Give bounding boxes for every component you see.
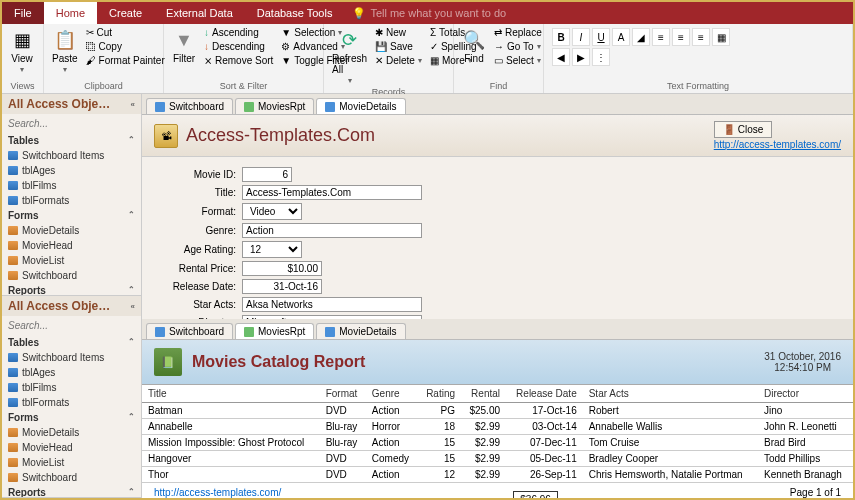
bold-button[interactable]: B xyxy=(552,28,570,46)
nav-group-reports-2[interactable]: Reports⌃ xyxy=(2,485,141,498)
table-cell: 12 xyxy=(418,467,461,483)
nav-form-switchboard-1[interactable]: Switchboard xyxy=(2,268,141,283)
field-title[interactable] xyxy=(242,185,422,200)
tell-me[interactable]: 💡 Tell me what you want to do xyxy=(344,7,506,20)
tab-moviesrpt-2[interactable]: MoviesRpt xyxy=(235,323,314,339)
copy-label: Copy xyxy=(99,41,122,52)
filter-button[interactable]: ▼Filter xyxy=(170,26,198,66)
field-release[interactable] xyxy=(242,279,322,294)
field-price[interactable] xyxy=(242,261,322,276)
filter-label: Filter xyxy=(173,53,195,64)
table-row[interactable]: HangoverDVDComedy15$2.9905-Dec-11Bradley… xyxy=(142,451,853,467)
align-right-button[interactable]: ≡ xyxy=(692,28,710,46)
menu-database-tools[interactable]: Database Tools xyxy=(245,2,345,24)
tab-moviedetails-2[interactable]: MovieDetails xyxy=(316,323,405,339)
nav-group-forms-2[interactable]: Forms⌃ xyxy=(2,410,141,425)
gridlines-button[interactable]: ▦ xyxy=(712,28,730,46)
nav-header-2[interactable]: All Access Obje…« xyxy=(2,296,141,316)
tab-switchboard-2[interactable]: Switchboard xyxy=(146,323,233,339)
nav-form-moviehead-2[interactable]: MovieHead xyxy=(2,440,141,455)
replace-button[interactable]: ⇄Replace xyxy=(492,26,544,39)
menu-home[interactable]: Home xyxy=(44,2,97,24)
nav-table-tblages-2[interactable]: tblAges xyxy=(2,365,141,380)
table-row[interactable]: AnnabelleBlu-rayHorror18$2.9903-Oct-14An… xyxy=(142,419,853,435)
delete-button[interactable]: ✕Delete▾ xyxy=(373,54,424,67)
close-button[interactable]: 🚪Close xyxy=(714,121,773,138)
underline-button[interactable]: U xyxy=(592,28,610,46)
report-col-header: Director xyxy=(758,385,853,403)
nav-group-tables-1[interactable]: Tables⌃ xyxy=(2,133,141,148)
nav-form-movielist-2[interactable]: MovieList xyxy=(2,455,141,470)
table-row[interactable]: Mission Impossible: Ghost ProtocolBlu-ra… xyxy=(142,435,853,451)
align-left-button[interactable]: ≡ xyxy=(652,28,670,46)
remove-sort-button[interactable]: ⨯Remove Sort xyxy=(202,54,275,67)
field-age[interactable]: 12 xyxy=(242,241,302,258)
form-document: 📽 Access-Templates.Com 🚪Close http://acc… xyxy=(142,114,853,319)
table-cell: DVD xyxy=(320,403,366,419)
form-icon xyxy=(325,327,335,337)
nav-form-moviedetails-2[interactable]: MovieDetails xyxy=(2,425,141,440)
menu-external-data[interactable]: External Data xyxy=(154,2,245,24)
nav-header-1[interactable]: All Access Obje…« xyxy=(2,94,141,114)
table-row[interactable]: ThorDVDAction12$2.9926-Sep-11Chris Hemsw… xyxy=(142,467,853,483)
nav-table-tblfilms-1[interactable]: tblFilms xyxy=(2,178,141,193)
nav-table-switchboard-items-1[interactable]: Switchboard Items xyxy=(2,148,141,163)
close-label: Close xyxy=(738,124,764,135)
bullets-button[interactable]: ⋮ xyxy=(592,48,610,66)
table-row[interactable]: BatmanDVDActionPG$25.0017-Oct-16RobertJi… xyxy=(142,403,853,419)
nav-table-tblages-1[interactable]: tblAges xyxy=(2,163,141,178)
menu-create[interactable]: Create xyxy=(97,2,154,24)
report-col-header: Format xyxy=(320,385,366,403)
nav-collapse-icon-2[interactable]: « xyxy=(131,302,135,311)
ribbon: ▦View▾ Views 📋Paste▾ ✂Cut ⿻Copy 🖌Format … xyxy=(2,24,853,94)
paste-button[interactable]: 📋Paste▾ xyxy=(50,26,80,76)
nav-form-moviehead-1[interactable]: MovieHead xyxy=(2,238,141,253)
align-center-button[interactable]: ≡ xyxy=(672,28,690,46)
font-color-button[interactable]: A xyxy=(612,28,630,46)
new-button[interactable]: ✱New xyxy=(373,26,424,39)
nav-group-tables-2[interactable]: Tables⌃ xyxy=(2,335,141,350)
field-genre[interactable] xyxy=(242,223,422,238)
find-icon: 🔍 xyxy=(462,28,486,52)
nav-form-moviedetails-1[interactable]: MovieDetails xyxy=(2,223,141,238)
tab-moviesrpt-1[interactable]: MoviesRpt xyxy=(235,98,314,114)
italic-button[interactable]: I xyxy=(572,28,590,46)
nav-table-tblformats-2[interactable]: tblFormats xyxy=(2,395,141,410)
tab-label: Switchboard xyxy=(169,101,224,112)
nav-search-1[interactable] xyxy=(6,116,137,131)
nav-search-2[interactable] xyxy=(6,318,137,333)
find-button[interactable]: 🔍Find xyxy=(460,26,488,66)
copy-button[interactable]: ⿻Copy xyxy=(84,40,167,53)
table-cell: $2.99 xyxy=(461,467,506,483)
tab-switchboard-1[interactable]: Switchboard xyxy=(146,98,233,114)
descending-button[interactable]: ↓Descending xyxy=(202,40,275,53)
save-button[interactable]: 💾Save xyxy=(373,40,424,53)
indent-dec-button[interactable]: ◀ xyxy=(552,48,570,66)
nav-group-forms-1[interactable]: Forms⌃ xyxy=(2,208,141,223)
nav-form-movielist-1[interactable]: MovieList xyxy=(2,253,141,268)
table-cell: DVD xyxy=(320,467,366,483)
nav-table-tblfilms-2[interactable]: tblFilms xyxy=(2,380,141,395)
nav-collapse-icon[interactable]: « xyxy=(131,100,135,109)
ascending-button[interactable]: ↓Ascending xyxy=(202,26,275,39)
select-button[interactable]: ▭Select▾ xyxy=(492,54,544,67)
nav-group-reports-1[interactable]: Reports⌃ xyxy=(2,283,141,296)
nav-table-switchboard-items-2[interactable]: Switchboard Items xyxy=(2,350,141,365)
indent-inc-button[interactable]: ▶ xyxy=(572,48,590,66)
goto-button[interactable]: →Go To▾ xyxy=(492,40,544,53)
cut-button[interactable]: ✂Cut xyxy=(84,26,167,39)
format-painter-button[interactable]: 🖌Format Painter xyxy=(84,54,167,67)
field-star[interactable] xyxy=(242,297,422,312)
field-format[interactable]: Video xyxy=(242,203,302,220)
menu-file[interactable]: File xyxy=(2,2,44,24)
form-header-link[interactable]: http://access-templates.com/ xyxy=(714,139,841,150)
field-movie-id[interactable] xyxy=(242,167,292,182)
tab-moviedetails-1[interactable]: MovieDetails xyxy=(316,98,405,114)
view-button[interactable]: ▦View▾ xyxy=(8,26,36,76)
table-cell: Robert xyxy=(583,403,758,419)
fill-color-button[interactable]: ◢ xyxy=(632,28,650,46)
nav-form-switchboard-2[interactable]: Switchboard xyxy=(2,470,141,485)
nav-table-tblformats-1[interactable]: tblFormats xyxy=(2,193,141,208)
refresh-button[interactable]: ⟳Refresh All▾ xyxy=(330,26,369,87)
report-footer-link[interactable]: http://access-templates.com/ xyxy=(154,487,281,498)
